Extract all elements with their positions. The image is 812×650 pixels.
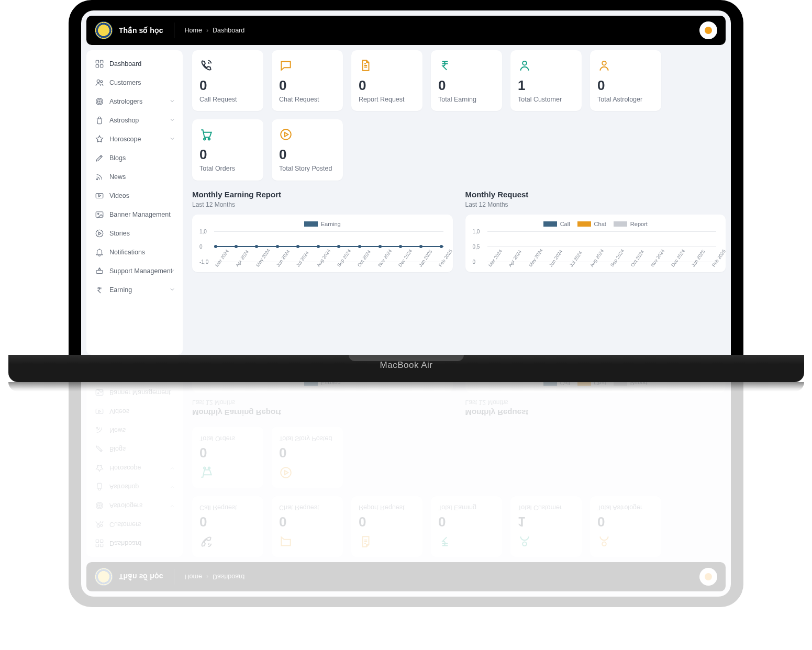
sidebar-item-users[interactable]: Customers (90, 73, 180, 92)
legend-swatch-icon (577, 221, 591, 227)
sidebar-item-label: Blogs (109, 445, 126, 453)
stat-card-phone[interactable]: 0Call Request (192, 50, 263, 111)
stat-card-person[interactable]: 0Total Astrologer (590, 50, 661, 111)
sidebar-item-rss[interactable]: News (90, 167, 180, 186)
cart-icon (199, 466, 213, 479)
phone-icon (199, 59, 213, 72)
sidebar-item-label: Horoscope (109, 136, 141, 143)
data-point (379, 245, 382, 248)
bag-icon (95, 116, 104, 125)
chevron-down-icon (169, 502, 175, 510)
stat-card-playcir[interactable]: 0Total Story Posted (272, 427, 343, 488)
sidebar-item-target[interactable]: Astrologers (90, 92, 180, 111)
legend-item[interactable]: Call (543, 221, 570, 227)
legend-swatch-icon (304, 221, 318, 227)
charts-row: Monthly Earning ReportLast 12 MonthsEarn… (192, 190, 726, 272)
legend-label: Report (630, 221, 648, 227)
gridline (487, 262, 717, 262)
sidebar-item-video[interactable]: Videos (90, 402, 180, 421)
stat-card-person[interactable]: 1Total Customer (510, 496, 582, 557)
avatar-button[interactable] (699, 21, 717, 39)
data-point (255, 245, 258, 248)
stat-card-report[interactable]: 0Report Request (351, 496, 422, 557)
chart-card: CallChatReport1,00,50Mar 2024Apr 2024May… (465, 215, 726, 272)
app-title: Thần số học (119, 573, 163, 581)
legend-label: Earning (321, 221, 341, 227)
stat-label: Total Orders (199, 164, 256, 173)
stat-value: 0 (279, 515, 336, 529)
chart-title: Monthly Earning Report (192, 190, 453, 199)
stat-card-playcir[interactable]: 0Total Story Posted (272, 119, 343, 180)
stat-label: Call Request (199, 95, 256, 104)
stat-card-rupee[interactable]: 0Total Earning (431, 496, 502, 557)
sidebar-item-pencil[interactable]: Blogs (90, 149, 180, 167)
chart-title: Monthly Request (465, 190, 726, 199)
sidebar-item-pencil[interactable]: Blogs (90, 440, 180, 458)
stat-card-chat[interactable]: 0Chat Request (272, 50, 343, 111)
stat-card-cart[interactable]: 0Total Orders (192, 119, 263, 180)
sidebar-item-label: Astroshop (109, 117, 139, 124)
target-icon (95, 501, 104, 510)
sidebar-item-dashboard[interactable]: Dashboard (90, 54, 180, 73)
legend-item[interactable]: Earning (304, 221, 341, 227)
sidebar-item-support[interactable]: Support Management (90, 262, 180, 281)
stat-card-report[interactable]: 0Report Request (351, 50, 422, 111)
chevron-down-icon (169, 267, 175, 275)
sidebar-item-play[interactable]: Stories (90, 224, 180, 243)
sidebar-item-image[interactable]: Banner Management (90, 205, 180, 224)
app-title: Thần số học (119, 26, 163, 35)
sidebar-item-dashboard[interactable]: Dashboard (90, 534, 180, 553)
gridline (214, 231, 443, 232)
chart-subtitle: Last 12 Months (192, 399, 453, 407)
sidebar-item-users[interactable]: Customers (90, 515, 180, 534)
chevron-down-icon (169, 286, 175, 294)
legend-item[interactable]: Report (614, 221, 648, 227)
sidebar-item-bag[interactable]: Astroshop (90, 111, 180, 130)
sidebar-item-bag[interactable]: Astroshop (90, 477, 180, 496)
stat-label: Call Request (199, 503, 256, 512)
bag-icon (95, 482, 104, 491)
person-icon (518, 59, 531, 72)
avatar-button[interactable] (699, 568, 717, 586)
stat-label: Total Customer (518, 503, 574, 512)
stat-card-chat[interactable]: 0Chat Request (272, 496, 343, 557)
divider (174, 23, 174, 38)
stat-label: Chat Request (279, 95, 336, 104)
stat-card-cart[interactable]: 0Total Orders (192, 427, 263, 488)
legend-swatch-icon (614, 221, 627, 227)
rss-icon (95, 172, 104, 182)
legend-item[interactable]: Chat (577, 221, 606, 227)
data-point (296, 245, 299, 248)
breadcrumb-home[interactable]: Home (185, 27, 202, 34)
chat-icon (279, 535, 293, 548)
sidebar-item-label: Dashboard (109, 540, 141, 547)
users-icon (95, 520, 104, 529)
stat-label: Total Earning (438, 95, 495, 104)
data-point (440, 245, 443, 248)
xticks: Mar 2024Apr 2024May 2024Jun 2024Jul 2024… (214, 265, 443, 270)
main: 0Call Request0Chat Request0Report Reques… (183, 382, 726, 557)
users-icon (95, 78, 104, 87)
chevron-down-icon (169, 98, 175, 106)
breadcrumb-home[interactable]: Home (185, 573, 202, 580)
sidebar-item-star[interactable]: Horoscope (90, 458, 180, 477)
topbar: Thần số họcHome›Dashboard (86, 16, 726, 45)
sidebar-item-star[interactable]: Horoscope (90, 130, 180, 149)
sidebar-item-label: Astroshop (109, 483, 139, 490)
stat-card-phone[interactable]: 0Call Request (192, 496, 263, 557)
sidebar-item-bell[interactable]: Notifications (90, 243, 180, 262)
stat-card-rupee[interactable]: 0Total Earning (431, 50, 502, 111)
sidebar-item-video[interactable]: Videos (90, 186, 180, 205)
breadcrumb-current: Dashboard (213, 573, 244, 580)
stat-card-person[interactable]: 0Total Astrologer (590, 496, 661, 557)
chart-card: Earning1,00-1,0Mar 2024Apr 2024May 2024J… (192, 215, 453, 272)
data-point (317, 245, 320, 248)
stat-card-person[interactable]: 1Total Customer (510, 50, 582, 111)
sidebar-item-target[interactable]: Astrologers (90, 496, 180, 515)
sidebar-item-label: Customers (109, 521, 141, 528)
sidebar-item-rupee[interactable]: Earning (90, 281, 180, 299)
sidebar-item-label: Notifications (109, 249, 145, 256)
sidebar-item-rss[interactable]: News (90, 421, 180, 440)
stat-label: Total Story Posted (279, 164, 336, 173)
chart-subtitle: Last 12 Months (465, 399, 726, 407)
